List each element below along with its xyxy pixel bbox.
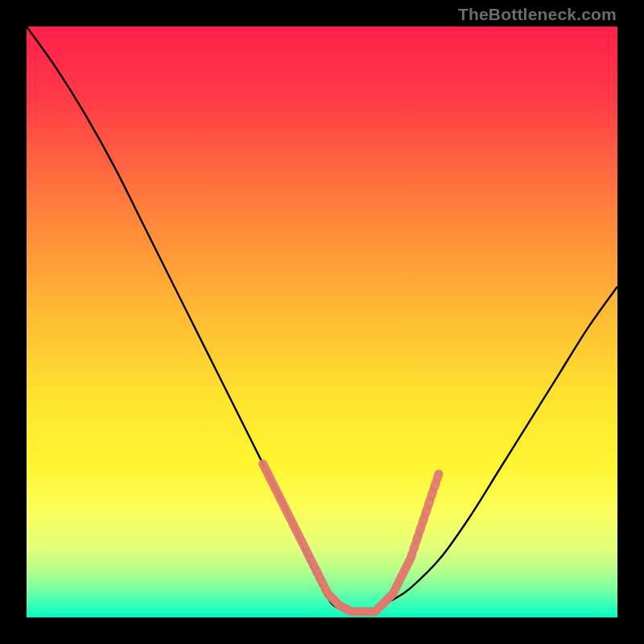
- svg-line-59: [434, 483, 436, 488]
- svg-line-52: [414, 545, 415, 550]
- svg-line-57: [428, 501, 430, 506]
- curve-layer: [27, 27, 617, 617]
- svg-line-53: [416, 536, 418, 541]
- svg-line-54: [419, 527, 421, 532]
- svg-line-60: [437, 474, 439, 479]
- bottleneck-curve: [27, 27, 617, 613]
- svg-line-55: [423, 518, 424, 523]
- watermark-text: TheBottleneck.com: [458, 5, 617, 24]
- svg-line-51: [411, 554, 412, 559]
- svg-line-58: [431, 492, 433, 497]
- chart-frame: TheBottleneck.com: [0, 0, 644, 644]
- svg-line-56: [425, 510, 427, 514]
- plot-area: [27, 27, 617, 617]
- highlight-dots-left: [263, 464, 374, 612]
